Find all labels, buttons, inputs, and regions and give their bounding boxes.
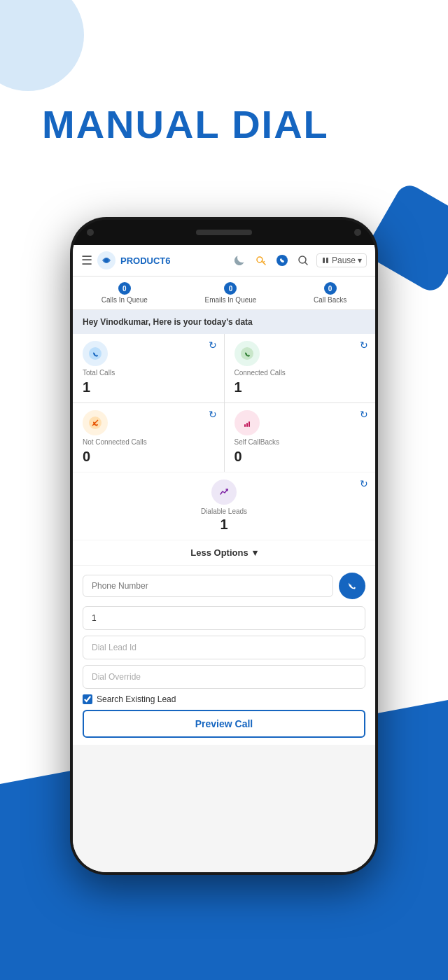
total-calls-label: Total Calls xyxy=(83,369,214,377)
phone-device: ☰ PRODUCT6 xyxy=(70,217,378,875)
callbacks-value: 0 xyxy=(234,449,366,465)
screen-content: Hey Vinodkumar, Here is your today's dat… xyxy=(73,310,375,872)
total-calls-icon-wrap xyxy=(83,341,108,366)
preview-call-button[interactable]: Preview Call xyxy=(83,710,365,738)
greeting-bar: Hey Vinodkumar, Here is your today's dat… xyxy=(73,310,375,334)
phone-input-row xyxy=(73,566,375,606)
call-button[interactable] xyxy=(339,573,365,599)
bg-circle-decoration xyxy=(0,0,84,91)
not-connected-icon-wrap xyxy=(83,410,108,435)
calls-in-queue-label: Calls In Queue xyxy=(102,296,148,304)
not-connected-refresh[interactable]: ↻ xyxy=(209,409,217,420)
callbacks-label: Self CallBacks xyxy=(234,438,366,446)
pause-label: Pause xyxy=(332,255,356,265)
svg-point-1 xyxy=(104,258,108,262)
dial-override-input[interactable] xyxy=(83,665,365,689)
connected-calls-refresh[interactable]: ↻ xyxy=(360,340,368,351)
dialable-label: Dialable Leads xyxy=(201,507,247,515)
pause-chevron: ▾ xyxy=(358,255,362,265)
brand-name: PRODUCT6 xyxy=(120,255,228,266)
connected-calls-value: 1 xyxy=(234,379,366,396)
svg-rect-12 xyxy=(244,424,246,427)
search-existing-row: Search Existing Lead xyxy=(83,694,365,704)
phone-screen: ☰ PRODUCT6 xyxy=(73,245,375,872)
queue-item-emails: 0 Emails In Queue xyxy=(204,282,256,304)
page-title: MANUAL DIAL xyxy=(42,102,329,147)
search-existing-label: Search Existing Lead xyxy=(97,694,176,704)
notch-speaker xyxy=(196,230,252,235)
emails-in-queue-label: Emails In Queue xyxy=(204,296,256,304)
notch-camera-right xyxy=(354,229,361,236)
stats-grid: ↻ Total Calls 1 ↻ xyxy=(73,334,375,472)
phone-header-icon[interactable] xyxy=(274,253,290,268)
connected-calls-label: Connected Calls xyxy=(234,369,366,377)
less-options-label: Less Options xyxy=(190,547,248,558)
hamburger-icon[interactable]: ☰ xyxy=(81,253,92,268)
emails-in-queue-badge: 0 xyxy=(224,282,237,295)
call-backs-badge: 0 xyxy=(324,282,337,295)
not-connected-label: Not Connected Calls xyxy=(83,438,214,446)
svg-rect-5 xyxy=(323,258,325,263)
number-input[interactable] xyxy=(83,606,365,630)
search-icon[interactable] xyxy=(295,253,311,268)
svg-rect-13 xyxy=(246,423,248,427)
pause-button[interactable]: Pause ▾ xyxy=(316,253,367,267)
svg-rect-14 xyxy=(248,421,250,427)
total-calls-refresh[interactable]: ↻ xyxy=(209,340,217,351)
header-icons: Pause ▾ xyxy=(232,253,367,268)
queue-item-calls: 0 Calls In Queue xyxy=(102,282,148,304)
stat-card-not-connected: ↻ Not Connected Calls 0 xyxy=(73,403,224,472)
form-section: Search Existing Lead Preview Call xyxy=(73,606,375,745)
callbacks-icon-wrap xyxy=(234,410,260,435)
connected-calls-icon-wrap xyxy=(234,341,260,366)
phone-number-input[interactable] xyxy=(83,575,333,597)
phone-inner: ☰ PRODUCT6 xyxy=(73,220,375,872)
svg-point-7 xyxy=(89,347,102,360)
stat-card-connected-calls: ↻ Connected Calls 1 xyxy=(225,334,376,402)
queue-stats-bar: 0 Calls In Queue 0 Emails In Queue 0 Cal… xyxy=(73,276,375,310)
not-connected-value: 0 xyxy=(83,449,214,465)
phone-notch-bar xyxy=(73,220,375,245)
calls-in-queue-badge: 0 xyxy=(118,282,131,295)
stat-card-total-calls: ↻ Total Calls 1 xyxy=(73,334,224,402)
less-options-toggle[interactable]: Less Options ▾ xyxy=(73,540,375,566)
call-backs-label: Call Backs xyxy=(314,296,346,304)
dial-lead-id-input[interactable] xyxy=(83,636,365,659)
search-existing-checkbox[interactable] xyxy=(83,694,92,704)
dialable-refresh[interactable]: ↻ xyxy=(360,478,368,489)
less-options-chevron: ▾ xyxy=(253,547,258,558)
moon-icon[interactable] xyxy=(232,253,248,268)
dialable-value: 1 xyxy=(220,517,227,533)
queue-item-callbacks: 0 Call Backs xyxy=(314,282,346,304)
notch-camera xyxy=(87,229,94,236)
svg-rect-6 xyxy=(326,258,328,263)
app-header: ☰ PRODUCT6 xyxy=(73,245,375,276)
dialable-icon-wrap xyxy=(211,479,237,505)
key-icon[interactable] xyxy=(253,253,269,268)
stat-card-callbacks: ↻ Self CallBacks 0 xyxy=(225,403,376,472)
brand-logo xyxy=(97,251,116,270)
dialable-leads-card: ↻ Dialable Leads 1 xyxy=(73,472,375,540)
total-calls-value: 1 xyxy=(83,379,214,396)
svg-point-8 xyxy=(241,347,253,360)
callbacks-refresh[interactable]: ↻ xyxy=(360,409,368,420)
options-section: Less Options ▾ xyxy=(73,540,375,745)
